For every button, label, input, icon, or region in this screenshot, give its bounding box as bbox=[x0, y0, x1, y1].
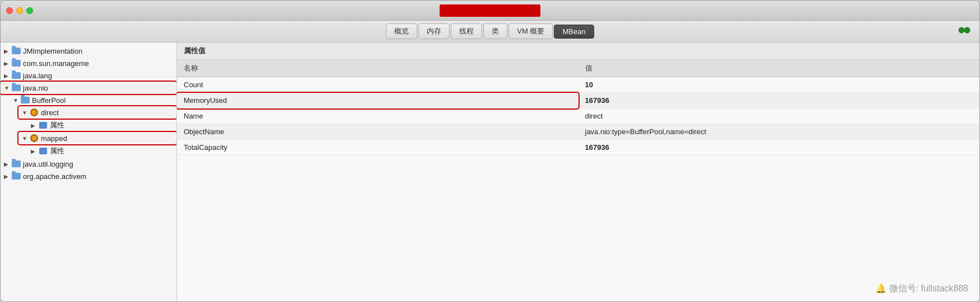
sidebar-item-jmimpl[interactable]: ▶ JMImplementation bbox=[1, 45, 176, 57]
arrow-javanio: ▼ bbox=[4, 85, 12, 91]
sidebar-item-javautillogging[interactable]: ▶ java.util.logging bbox=[1, 158, 176, 170]
label-attr1: 属性 bbox=[50, 120, 64, 130]
label-orgapache: org.apache.activem bbox=[23, 172, 86, 181]
tab-vm-summary[interactable]: VM 概要 bbox=[508, 23, 553, 39]
gear-icon-direct bbox=[30, 108, 39, 117]
arrow-attr2: ▶ bbox=[31, 148, 39, 154]
minimize-button[interactable] bbox=[16, 7, 23, 14]
folder-icon-orgapache bbox=[12, 172, 21, 181]
connect-icon[interactable] bbox=[958, 24, 970, 39]
arrow-direct: ▼ bbox=[22, 110, 30, 116]
arrow-mapped: ▼ bbox=[22, 135, 30, 141]
attr-name-totalcapacity: TotalCapacity bbox=[177, 140, 578, 155]
tab-overview[interactable]: 概览 bbox=[386, 23, 417, 39]
label-direct: direct bbox=[41, 108, 59, 117]
attr-name-count: Count bbox=[177, 77, 578, 93]
folder-icon-jmimpl bbox=[12, 46, 21, 55]
attr-value-objectname: java.nio:type=BufferPool,name=direct bbox=[578, 124, 980, 140]
tab-memory[interactable]: 内存 bbox=[418, 23, 450, 39]
svg-rect-2 bbox=[961, 29, 968, 31]
tab-classes[interactable]: 类 bbox=[483, 23, 507, 39]
col-value-header: 值 bbox=[578, 60, 980, 77]
attr-value-totalcapacity: 167936 bbox=[578, 140, 980, 155]
sidebar-item-comsun[interactable]: ▶ com.sun.manageme bbox=[1, 57, 176, 69]
title-bar bbox=[1, 1, 979, 21]
label-mapped: mapped bbox=[41, 134, 67, 143]
label-comsun: com.sun.manageme bbox=[23, 59, 89, 68]
attr-value-count: 10 bbox=[578, 77, 980, 93]
sidebar-item-orgapache[interactable]: ▶ org.apache.activem bbox=[1, 170, 176, 182]
folder-icon-javalang bbox=[12, 71, 21, 80]
attr-value-name: direct bbox=[578, 108, 980, 124]
tab-threads[interactable]: 线程 bbox=[451, 23, 482, 39]
label-javautillogging: java.util.logging bbox=[23, 160, 73, 168]
col-name-header: 名称 bbox=[177, 60, 578, 77]
main-window: 概览 内存 线程 类 VM 概要 MBean ▶ JMImplementatio… bbox=[0, 0, 980, 302]
folder-icon-bufferpool bbox=[21, 96, 30, 105]
sidebar-item-javalang[interactable]: ▶ java.lang bbox=[1, 69, 176, 82]
sidebar-item-attr2[interactable]: ▶ 属性 bbox=[27, 144, 176, 158]
maximize-button[interactable] bbox=[26, 7, 33, 14]
toolbar: 概览 内存 线程 类 VM 概要 MBean bbox=[1, 21, 979, 43]
folder-icon-comsun bbox=[12, 59, 21, 68]
arrow-jmimpl: ▶ bbox=[4, 48, 12, 54]
watermark-icon: 🔔 bbox=[875, 284, 886, 293]
sidebar-item-mapped[interactable]: ▼ mapped bbox=[18, 132, 176, 144]
attr-name-name: Name bbox=[177, 108, 578, 124]
table-row: Count 10 bbox=[177, 77, 979, 93]
traffic-lights bbox=[6, 7, 33, 14]
title-center bbox=[440, 4, 540, 17]
label-icon-attr1 bbox=[39, 121, 48, 130]
arrow-attr1: ▶ bbox=[31, 122, 39, 129]
table-row: MemoryUsed 167936 bbox=[177, 93, 979, 108]
panel-header: 属性值 bbox=[177, 43, 979, 60]
label-javanio: java.nio bbox=[23, 84, 48, 92]
gear-icon-mapped bbox=[30, 134, 39, 143]
folder-icon-javautillogging bbox=[12, 159, 21, 168]
watermark: 🔔 微信号: fullstack888 bbox=[875, 283, 968, 295]
table-row: Name direct bbox=[177, 108, 979, 124]
sidebar-item-javanio[interactable]: ▼ java.nio bbox=[1, 82, 176, 94]
tab-mbean[interactable]: MBean bbox=[554, 25, 594, 39]
attr-name-objectname: ObjectName bbox=[177, 124, 578, 140]
arrow-bufferpool: ▼ bbox=[13, 97, 21, 103]
sidebar-item-attr1[interactable]: ▶ 属性 bbox=[27, 119, 176, 132]
attributes-table: 名称 值 Count 10 MemoryUsed 167936 bbox=[177, 60, 979, 155]
arrow-javalang: ▶ bbox=[4, 73, 12, 79]
label-javalang: java.lang bbox=[23, 72, 52, 80]
label-bufferpool: BufferPool bbox=[32, 96, 66, 105]
table-row: TotalCapacity 167936 bbox=[177, 140, 979, 155]
sidebar-item-bufferpool[interactable]: ▼ BufferPool bbox=[10, 94, 176, 106]
sidebar-item-direct[interactable]: ▼ direct bbox=[18, 106, 176, 119]
arrow-orgapache: ▶ bbox=[4, 173, 12, 180]
watermark-text: 微信号: fullstack888 bbox=[889, 284, 968, 293]
label-attr2: 属性 bbox=[50, 146, 64, 156]
label-icon-attr2 bbox=[39, 147, 48, 155]
close-button[interactable] bbox=[6, 7, 13, 14]
table-row: ObjectName java.nio:type=BufferPool,name… bbox=[177, 124, 979, 140]
title-bar-red-block bbox=[440, 4, 540, 17]
folder-icon-javanio bbox=[12, 83, 21, 92]
attr-value-memoryused: 167936 bbox=[578, 93, 980, 108]
arrow-comsun: ▶ bbox=[4, 60, 12, 67]
main-content: ▶ JMImplementation ▶ com.sun.manageme ▶ bbox=[1, 43, 979, 301]
attr-table: 名称 值 Count 10 MemoryUsed 167936 bbox=[177, 60, 979, 301]
detail-panel: 属性值 名称 值 Count 10 bbox=[177, 43, 979, 301]
sidebar: ▶ JMImplementation ▶ com.sun.manageme ▶ bbox=[1, 43, 177, 301]
label-jmimpl: JMImplementation bbox=[23, 47, 82, 55]
attr-name-memoryused: MemoryUsed bbox=[177, 93, 578, 108]
arrow-javautillogging: ▶ bbox=[4, 161, 12, 167]
